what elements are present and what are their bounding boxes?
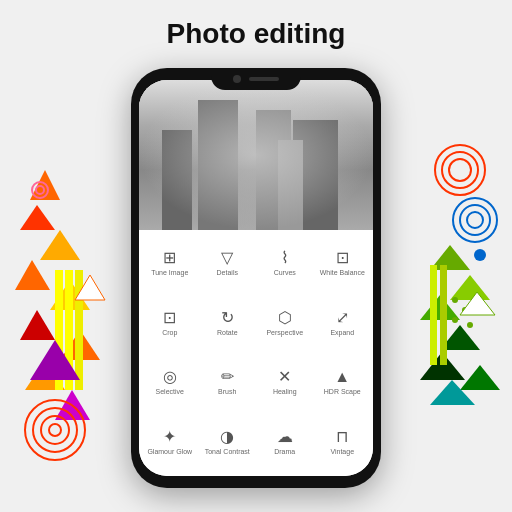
svg-point-38	[467, 322, 473, 328]
brush-icon: ✏	[221, 369, 234, 385]
crop-label: Crop	[162, 329, 177, 337]
svg-marker-30	[440, 325, 480, 350]
svg-point-18	[36, 186, 44, 194]
svg-marker-2	[40, 230, 80, 260]
svg-marker-7	[25, 360, 65, 390]
svg-point-26	[474, 249, 486, 261]
curves-label: Curves	[274, 269, 296, 277]
svg-point-36	[472, 297, 478, 303]
svg-marker-28	[450, 275, 490, 300]
svg-rect-9	[65, 270, 73, 390]
svg-marker-12	[55, 390, 90, 420]
tool-rotate[interactable]: ↻Rotate	[199, 294, 257, 354]
tool-details[interactable]: ▽Details	[199, 234, 257, 294]
phone-mockup: ⊞Tune Image▽Details⌇Curves⊡White Balance…	[131, 68, 381, 488]
tool-perspective[interactable]: ⬡Perspective	[256, 294, 314, 354]
tool-vintage[interactable]: ⊓Vintage	[314, 413, 372, 473]
tool-healing[interactable]: ✕Healing	[256, 353, 314, 413]
svg-point-35	[462, 307, 468, 313]
svg-marker-31	[420, 352, 465, 380]
white-balance-label: White Balance	[320, 269, 365, 277]
svg-marker-4	[50, 280, 90, 310]
camera-dot	[233, 75, 241, 83]
curves-icon: ⌇	[281, 250, 289, 266]
tool-white-balance[interactable]: ⊡White Balance	[314, 234, 372, 294]
vintage-label: Vintage	[330, 448, 354, 456]
svg-point-37	[452, 317, 458, 323]
svg-rect-8	[55, 270, 63, 390]
tonal-contrast-label: Tonal Contrast	[205, 448, 250, 456]
brush-label: Brush	[218, 388, 236, 396]
svg-point-15	[41, 416, 69, 444]
tool-drama[interactable]: ☁Drama	[256, 413, 314, 473]
svg-point-24	[460, 205, 490, 235]
tool-hdr-scape[interactable]: ▲HDR Scape	[314, 353, 372, 413]
selective-icon: ◎	[163, 369, 177, 385]
white-balance-icon: ⊡	[336, 250, 349, 266]
svg-marker-32	[460, 365, 500, 390]
svg-marker-5	[20, 310, 55, 340]
svg-marker-41	[460, 292, 495, 315]
healing-label: Healing	[273, 388, 297, 396]
perspective-icon: ⬡	[278, 310, 292, 326]
svg-marker-1	[20, 205, 55, 230]
svg-point-16	[49, 424, 61, 436]
tune-image-label: Tune Image	[151, 269, 188, 277]
svg-point-13	[25, 400, 85, 460]
svg-marker-3	[15, 260, 50, 290]
page-title: Photo editing	[0, 18, 512, 50]
details-icon: ▽	[221, 250, 233, 266]
svg-rect-39	[430, 265, 437, 365]
tonal-contrast-icon: ◑	[220, 429, 234, 445]
tool-selective[interactable]: ◎Selective	[141, 353, 199, 413]
rotate-label: Rotate	[217, 329, 238, 337]
tools-grid: ⊞Tune Image▽Details⌇Curves⊡White Balance…	[139, 230, 373, 476]
speaker-bar	[249, 77, 279, 81]
svg-marker-27	[430, 245, 470, 270]
phone-screen: ⊞Tune Image▽Details⌇Curves⊡White Balance…	[139, 80, 373, 476]
svg-marker-6	[60, 330, 100, 360]
phone-notch	[211, 68, 301, 90]
svg-point-23	[453, 198, 497, 242]
drama-label: Drama	[274, 448, 295, 456]
tune-image-icon: ⊞	[163, 250, 176, 266]
tool-curves[interactable]: ⌇Curves	[256, 234, 314, 294]
drama-icon: ☁	[277, 429, 293, 445]
svg-rect-40	[440, 265, 447, 365]
photo-fog	[139, 80, 373, 230]
tool-expand[interactable]: ⤢Expand	[314, 294, 372, 354]
svg-point-21	[442, 152, 478, 188]
tool-glamour-glow[interactable]: ✦Glamour Glow	[141, 413, 199, 473]
healing-icon: ✕	[278, 369, 291, 385]
expand-label: Expand	[330, 329, 354, 337]
svg-rect-10	[75, 270, 83, 390]
expand-icon: ⤢	[336, 310, 349, 326]
hdr-scape-label: HDR Scape	[324, 388, 361, 396]
svg-point-14	[33, 408, 77, 452]
svg-marker-19	[75, 275, 105, 300]
svg-marker-0	[30, 170, 60, 200]
tool-crop[interactable]: ⊡Crop	[141, 294, 199, 354]
svg-marker-11	[30, 340, 80, 380]
crop-icon: ⊡	[163, 310, 176, 326]
selective-label: Selective	[156, 388, 184, 396]
photo-preview	[139, 80, 373, 230]
tool-brush[interactable]: ✏Brush	[199, 353, 257, 413]
rotate-icon: ↻	[221, 310, 234, 326]
phone-frame: ⊞Tune Image▽Details⌇Curves⊡White Balance…	[131, 68, 381, 488]
perspective-label: Perspective	[266, 329, 303, 337]
svg-point-25	[467, 212, 483, 228]
tool-tonal-contrast[interactable]: ◑Tonal Contrast	[199, 413, 257, 473]
svg-point-17	[32, 182, 48, 198]
glamour-glow-icon: ✦	[163, 429, 176, 445]
vintage-icon: ⊓	[336, 429, 348, 445]
details-label: Details	[217, 269, 238, 277]
svg-point-22	[449, 159, 471, 181]
svg-marker-29	[420, 295, 460, 320]
svg-point-34	[452, 297, 458, 303]
svg-point-20	[435, 145, 485, 195]
hdr-scape-icon: ▲	[334, 369, 350, 385]
glamour-glow-label: Glamour Glow	[147, 448, 192, 456]
tool-tune-image[interactable]: ⊞Tune Image	[141, 234, 199, 294]
svg-marker-33	[430, 380, 475, 405]
